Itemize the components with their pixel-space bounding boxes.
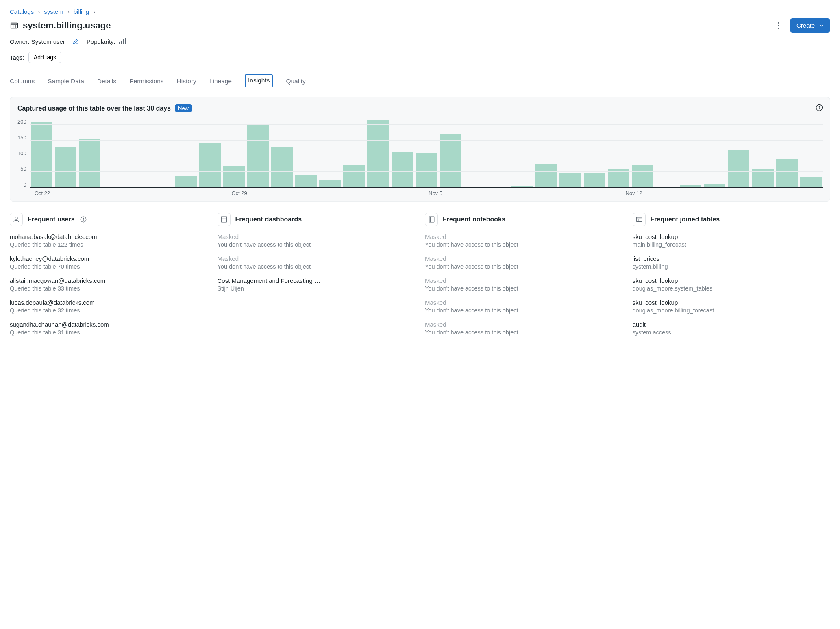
popularity-bars-icon <box>119 38 126 44</box>
list-item[interactable]: MaskedYou don't have access to this obje… <box>425 277 623 292</box>
chart-bar[interactable] <box>319 180 341 187</box>
chart-bar[interactable] <box>223 166 245 187</box>
tab-sample-data[interactable]: Sample Data <box>48 74 84 90</box>
table-icon <box>10 21 19 30</box>
list-item[interactable]: MaskedYou don't have access to this obje… <box>425 233 623 248</box>
frequent-joined-tables-title: Frequent joined tables <box>651 216 720 223</box>
chart-bar[interactable] <box>416 153 437 188</box>
chart-bar[interactable] <box>535 164 557 187</box>
frequent-dashboards-column: Frequent dashboards MaskedYou don't have… <box>218 213 416 343</box>
frequent-users-title: Frequent users <box>28 216 75 223</box>
frequent-notebooks-title: Frequent notebooks <box>443 216 505 223</box>
chevron-right-icon: › <box>67 8 70 15</box>
chart-bar[interactable] <box>343 165 365 187</box>
chart-bar[interactable] <box>55 147 76 187</box>
svg-rect-14 <box>429 217 434 222</box>
svg-rect-0 <box>11 23 18 28</box>
new-badge: New <box>175 104 192 112</box>
chart-bar[interactable] <box>367 120 389 187</box>
breadcrumb-billing[interactable]: billing <box>74 8 89 15</box>
list-item[interactable]: sugandha.chauhan@databricks.comQueried t… <box>10 321 208 336</box>
chart-bar[interactable] <box>800 177 822 187</box>
tab-quality[interactable]: Quality <box>286 74 305 90</box>
list-item[interactable]: lucas.depaula@databricks.comQueried this… <box>10 299 208 314</box>
chevron-right-icon: › <box>38 8 40 15</box>
tags-label: Tags: <box>10 54 24 61</box>
more-options-button[interactable] <box>774 20 783 31</box>
frequent-users-column: Frequent users mohana.basak@databricks.c… <box>10 213 208 343</box>
chevron-down-icon <box>819 23 824 28</box>
svg-point-7 <box>15 217 17 219</box>
chart-bar[interactable] <box>175 176 196 187</box>
list-item[interactable]: sku_cost_lookupmain.billing_forecast <box>633 233 831 248</box>
dashboard-icon <box>218 213 231 226</box>
frequent-dashboards-title: Frequent dashboards <box>235 216 302 223</box>
list-item[interactable]: MaskedYou don't have access to this obje… <box>218 255 416 270</box>
create-button[interactable]: Create <box>790 18 830 33</box>
chart-bar[interactable] <box>559 173 581 187</box>
breadcrumb-catalogs[interactable]: Catalogs <box>10 8 34 15</box>
breadcrumb: Catalogs › system › billing › <box>10 8 830 15</box>
list-item[interactable]: sku_cost_lookupdouglas_moore.system_tabl… <box>633 277 831 292</box>
list-item[interactable]: MaskedYou don't have access to this obje… <box>425 299 623 314</box>
svg-point-6 <box>819 106 819 106</box>
tab-columns[interactable]: Columns <box>10 74 35 90</box>
frequent-notebooks-column: Frequent notebooks MaskedYou don't have … <box>425 213 623 343</box>
breadcrumb-system[interactable]: system <box>44 8 63 15</box>
add-tags-button[interactable]: Add tags <box>28 52 61 63</box>
tabs: Columns Sample Data Details Permissions … <box>10 74 830 90</box>
user-icon <box>10 213 23 226</box>
insights-card: Captured usage of this table over the la… <box>10 97 830 202</box>
list-item[interactable]: MaskedYou don't have access to this obje… <box>425 255 623 270</box>
chevron-right-icon: › <box>93 8 95 15</box>
chart-bar[interactable] <box>776 159 798 187</box>
list-item[interactable]: kyle.hachey@databricks.comQueried this t… <box>10 255 208 270</box>
list-item[interactable]: MaskedYou don't have access to this obje… <box>425 321 623 336</box>
list-item[interactable]: list_pricessystem.billing <box>633 255 831 270</box>
tab-insights[interactable]: Insights <box>245 74 273 87</box>
chart-bar[interactable] <box>31 122 52 187</box>
popularity-label: Popularity: <box>87 38 126 45</box>
tab-permissions[interactable]: Permissions <box>129 74 163 90</box>
frequent-joined-tables-column: Frequent joined tables sku_cost_lookupma… <box>633 213 831 343</box>
list-item[interactable]: alistair.macgowan@databricks.comQueried … <box>10 277 208 292</box>
svg-point-10 <box>83 218 83 218</box>
chart-bar[interactable] <box>79 139 100 187</box>
usage-chart: 200150100500 <box>17 119 823 188</box>
list-item[interactable]: auditsystem.access <box>633 321 831 336</box>
tab-details[interactable]: Details <box>97 74 116 90</box>
list-item[interactable]: MaskedYou don't have access to this obje… <box>218 233 416 248</box>
list-item[interactable]: sku_cost_lookupdouglas_moore.billing_for… <box>633 299 831 314</box>
info-icon[interactable] <box>80 216 87 223</box>
chart-bar[interactable] <box>295 175 317 187</box>
tab-lineage[interactable]: Lineage <box>209 74 232 90</box>
chart-bar[interactable] <box>632 165 653 187</box>
chart-bar[interactable] <box>440 134 461 187</box>
chart-bar[interactable] <box>392 152 413 187</box>
svg-rect-19 <box>636 217 642 222</box>
page-title: system.billing.usage <box>23 20 111 31</box>
chart-bar[interactable] <box>271 147 293 187</box>
table-icon <box>633 213 646 226</box>
notebook-icon <box>425 213 438 226</box>
tab-history[interactable]: History <box>177 74 196 90</box>
chart-bar[interactable] <box>199 143 221 187</box>
info-icon[interactable] <box>815 104 823 112</box>
edit-owner-icon[interactable] <box>72 38 79 45</box>
owner-label: Owner: System user <box>10 38 65 45</box>
insights-heading: Captured usage of this table over the la… <box>17 105 171 112</box>
list-item[interactable]: Cost Management and Forecasting …Stijn U… <box>218 277 416 292</box>
list-item[interactable]: mohana.basak@databricks.comQueried this … <box>10 233 208 248</box>
chart-bar[interactable] <box>584 173 605 187</box>
